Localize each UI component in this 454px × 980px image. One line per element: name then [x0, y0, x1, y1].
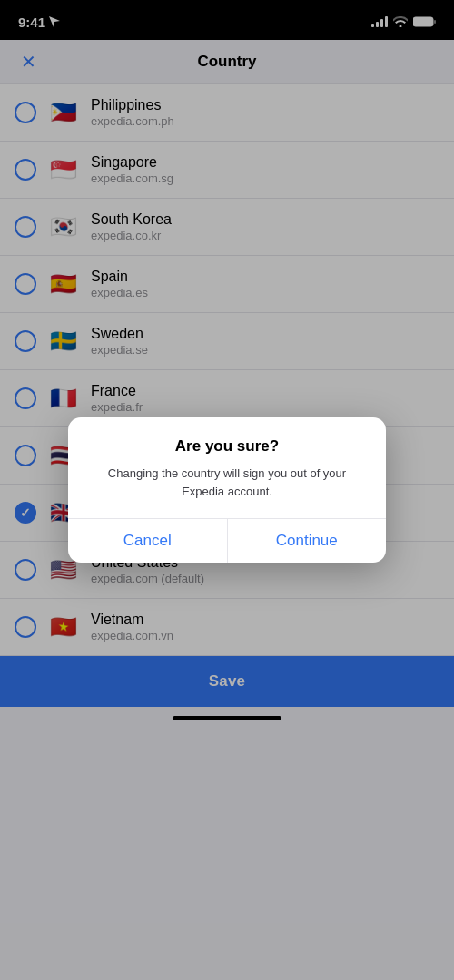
continue-button[interactable]: Continue [228, 519, 387, 563]
modal-body: Are you sure? Changing the country will … [68, 417, 386, 518]
modal-message: Changing the country will sign you out o… [86, 465, 368, 500]
modal-actions: Cancel Continue [68, 518, 386, 563]
confirmation-modal: Are you sure? Changing the country will … [68, 417, 386, 563]
cancel-button[interactable]: Cancel [68, 519, 228, 563]
modal-overlay: Are you sure? Changing the country will … [0, 0, 454, 980]
modal-title: Are you sure? [86, 437, 368, 456]
